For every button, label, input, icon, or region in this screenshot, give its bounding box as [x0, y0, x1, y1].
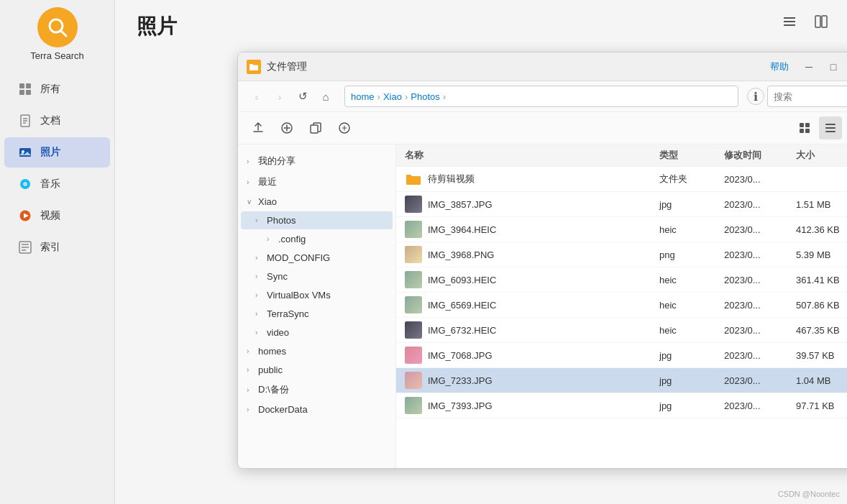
breadcrumb-photos[interactable]: Photos	[411, 91, 439, 102]
file-date-cell: 2023/0...	[724, 275, 796, 285]
index-nav-label: 索引	[40, 241, 60, 254]
tree-arrow-icon: ›	[255, 291, 264, 299]
table-row[interactable]: IMG_3857.JPGjpg2023/0...1.51 MB	[396, 192, 847, 217]
svg-line-1	[60, 30, 66, 36]
file-thumb-preview	[405, 196, 422, 213]
file-name-text: IMG_3857.JPG	[428, 199, 493, 210]
docs-nav-icon	[17, 113, 33, 129]
breadcrumb-bar: home › Xiao › Photos ›	[344, 86, 738, 107]
file-size-cell: 39.57 KB	[796, 350, 847, 361]
svg-rect-31	[800, 123, 804, 127]
col-header-date: 修改时间	[724, 149, 796, 162]
table-row[interactable]: IMG_6569.HEICheic2023/0...507.86 KB	[396, 293, 847, 318]
tree-item[interactable]: ›MOD_CONFIG	[241, 249, 393, 267]
tree-arrow-icon: ›	[255, 272, 264, 280]
list-view-icon[interactable]	[778, 10, 801, 33]
sidebar-item-all[interactable]: 所有	[4, 74, 110, 104]
window-minimize-btn[interactable]: ─	[799, 58, 819, 75]
tree-item[interactable]: ›Sync	[241, 267, 393, 285]
svg-rect-22	[784, 21, 795, 22]
tree-item[interactable]: ›我的分享	[241, 151, 393, 171]
copy-btn[interactable]	[304, 116, 327, 139]
sidebar-item-index[interactable]: 索引	[4, 232, 110, 262]
file-type-cell: heic	[659, 224, 724, 235]
table-row[interactable]: IMG_7233.JPGjpg2023/0...1.04 MB	[396, 368, 847, 393]
tree-item-label: 我的分享	[258, 155, 296, 168]
index-nav-icon	[17, 239, 33, 255]
new-folder-btn[interactable]	[275, 116, 298, 139]
search-input[interactable]	[774, 91, 846, 102]
sidebar-item-video[interactable]: 视频	[4, 201, 110, 231]
file-thumb	[405, 246, 422, 263]
tree-arrow-icon: ∨	[247, 198, 255, 206]
file-date-cell: 2023/0...	[724, 199, 796, 210]
sidebar: Terra Search 所有文档照片音乐视频索引	[0, 0, 115, 504]
tree-item[interactable]: ›public	[241, 361, 393, 379]
upload-btn[interactable]	[247, 116, 270, 139]
window-help[interactable]: 帮助	[770, 60, 789, 73]
file-name-cell: 待剪辑视频	[405, 170, 659, 188]
table-row[interactable]: IMG_6732.HEICheic2023/0...467.35 KB	[396, 318, 847, 343]
tree-item[interactable]: ›最近	[241, 172, 393, 192]
table-row[interactable]: IMG_6093.HEICheic2023/0...361.41 KB	[396, 267, 847, 293]
svg-rect-3	[26, 83, 31, 88]
nav-back-btn[interactable]: ‹	[247, 86, 267, 106]
sidebar-item-photos[interactable]: 照片	[4, 137, 110, 168]
window-maximize-btn[interactable]: □	[823, 58, 843, 75]
table-row[interactable]: 待剪辑视频文件夹2023/0...	[396, 167, 847, 192]
file-thumb	[405, 271, 422, 288]
col-header-size: 大小	[796, 149, 847, 162]
search-box: 🔍	[767, 86, 847, 107]
file-thumb-preview	[405, 347, 422, 364]
tree-item[interactable]: ›homes	[241, 342, 393, 360]
action-toolbar: ⚙	[238, 112, 847, 145]
file-date-cell: 2023/0...	[724, 350, 796, 361]
tree-item[interactable]: ›D:\备份	[241, 380, 393, 400]
table-row[interactable]: IMG_7393.JPGjpg2023/0...97.71 KB	[396, 393, 847, 418]
tree-item[interactable]: ›DockerData	[241, 400, 393, 418]
breadcrumb-xiao[interactable]: Xiao	[383, 91, 402, 102]
file-name-text: IMG_6732.HEIC	[428, 325, 496, 336]
table-row[interactable]: IMG_7068.JPGjpg2023/0...39.57 KB	[396, 343, 847, 368]
sidebar-item-music[interactable]: 音乐	[4, 169, 110, 199]
grid-view-btn[interactable]	[793, 116, 816, 139]
tree-item-label: MOD_CONFIG	[267, 252, 330, 263]
nav-info-btn[interactable]: ℹ	[747, 88, 764, 105]
tree-item-label: Sync	[267, 271, 288, 282]
photos-nav-label: 照片	[40, 146, 60, 159]
file-type-cell: heic	[659, 300, 724, 311]
tree-item[interactable]: ∨Xiao	[241, 193, 393, 211]
tree-arrow-icon: ›	[247, 366, 255, 374]
file-rows-container: 待剪辑视频文件夹2023/0...IMG_3857.JPGjpg2023/0..…	[396, 167, 847, 418]
table-row[interactable]: IMG_3968.PNGpng2023/0...5.39 MB	[396, 242, 847, 267]
sidebar-item-docs[interactable]: 文档	[4, 106, 110, 136]
video-nav-icon	[17, 208, 33, 224]
tree-item[interactable]: ›.config	[241, 230, 393, 248]
file-thumb-preview	[405, 397, 422, 414]
top-right-icons	[778, 10, 833, 33]
table-row[interactable]: IMG_3964.HEICheic2023/0...412.36 KB	[396, 217, 847, 242]
file-date-cell: 2023/0...	[724, 174, 796, 185]
nav-forward-btn[interactable]: ›	[270, 86, 290, 106]
window-nav-toolbar: ‹ › ↺ ⌂ home › Xiao › Photos › ℹ 🔍	[238, 81, 847, 112]
tree-item[interactable]: ›VirtualBox VMs	[241, 286, 393, 304]
tree-arrow-icon: ›	[247, 406, 255, 413]
nav-home-btn[interactable]: ⌂	[316, 86, 336, 106]
paste-btn[interactable]	[333, 116, 356, 139]
file-name-text: 待剪辑视频	[428, 173, 475, 185]
file-thumb-preview	[405, 271, 422, 288]
tree-item[interactable]: ›Photos	[241, 211, 393, 229]
file-size-cell: 5.39 MB	[796, 249, 847, 260]
nav-refresh-btn[interactable]: ↺	[293, 86, 313, 106]
file-thumb	[405, 397, 422, 414]
file-type-cell: jpg	[659, 375, 724, 386]
breadcrumb-home[interactable]: home	[351, 91, 375, 102]
split-view-icon[interactable]	[810, 10, 833, 33]
logo-icon	[46, 16, 69, 39]
tree-item[interactable]: ›TerraSync	[241, 305, 393, 323]
tree-item[interactable]: ›video	[241, 324, 393, 342]
file-manager-window: 文件管理 帮助 ─ □ ✕ ‹ › ↺ ⌂ home › Xiao › Phot…	[237, 52, 847, 469]
list-view-btn[interactable]	[819, 116, 842, 139]
app-logo	[37, 7, 78, 47]
tree-item-label: VirtualBox VMs	[267, 290, 331, 301]
